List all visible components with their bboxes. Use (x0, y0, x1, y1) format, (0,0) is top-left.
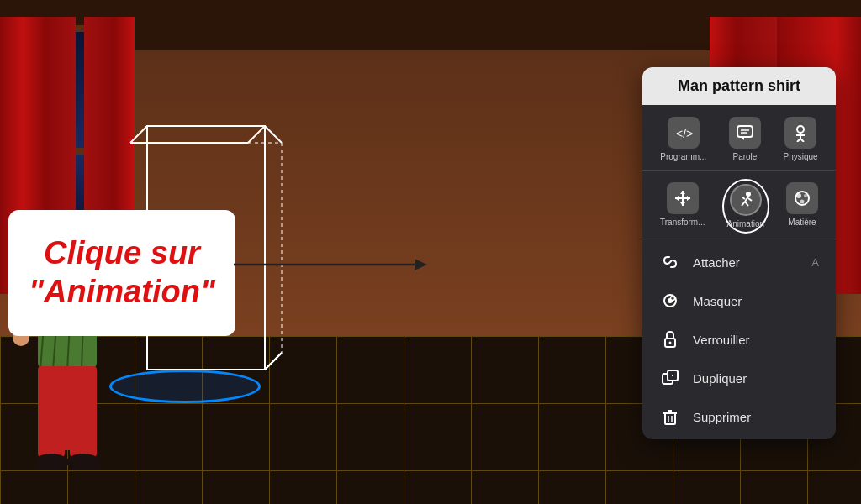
arrow-line (234, 248, 427, 281)
svg-line-51 (745, 202, 748, 206)
transformer-label: Transform... (660, 218, 705, 227)
menu-item-dupliquer[interactable]: Dupliquer (646, 359, 832, 397)
verrouiller-label: Verrouiller (693, 333, 819, 347)
menu-item-supprimer[interactable]: Supprimer (646, 397, 832, 436)
svg-point-56 (804, 194, 807, 197)
attacher-label: Attacher (693, 255, 800, 270)
menu-item-attacher[interactable]: Attacher A (646, 243, 832, 281)
programming-icon: </> (668, 117, 700, 149)
animation-icon (730, 184, 762, 216)
menu-icon-physique[interactable]: Physique (779, 113, 823, 165)
svg-line-58 (668, 260, 672, 264)
masquer-icon (659, 290, 681, 312)
svg-line-49 (745, 197, 748, 202)
menu-icon-parole[interactable]: Parole (724, 113, 766, 165)
physique-label: Physique (784, 152, 818, 161)
svg-marker-47 (687, 196, 690, 201)
svg-point-37 (797, 126, 804, 133)
menu-item-masquer[interactable]: Masquer (646, 281, 832, 320)
menu-icon-row-2: Transform... Animation (642, 171, 836, 239)
attacher-shortcut: A (811, 256, 819, 269)
svg-point-16 (66, 454, 100, 470)
programming-label: Programm... (660, 152, 706, 161)
svg-line-24 (265, 126, 282, 143)
dupliquer-label: Dupliquer (693, 371, 819, 386)
svg-point-55 (796, 193, 801, 198)
physique-icon (784, 117, 816, 149)
animation-label: Animation (727, 219, 764, 228)
menu-items-list: Attacher A Masquer Verrouiller (642, 239, 836, 439)
svg-rect-33 (737, 126, 753, 137)
svg-line-52 (748, 198, 752, 201)
svg-line-41 (800, 139, 804, 142)
svg-text:</>: </> (676, 127, 693, 140)
matiere-icon (786, 182, 818, 214)
svg-line-29 (265, 353, 282, 370)
svg-point-61 (671, 297, 675, 301)
callout-text: Clique sur "Animation" (29, 234, 215, 311)
svg-marker-44 (680, 191, 685, 194)
callout-box: Clique sur "Animation" (8, 210, 235, 336)
svg-line-22 (130, 126, 147, 143)
matiere-label: Matière (788, 218, 816, 227)
svg-point-48 (746, 192, 751, 197)
masquer-label: Masquer (693, 294, 819, 308)
svg-marker-45 (680, 202, 685, 206)
attacher-icon (659, 251, 681, 273)
parole-label: Parole (732, 152, 757, 161)
menu-icon-programming[interactable]: </> Programm... (655, 113, 711, 165)
menu-icon-animation[interactable]: Animation (722, 179, 769, 234)
svg-rect-14 (70, 366, 97, 459)
menu-title: Man pattern shirt (642, 67, 836, 105)
dupliquer-icon (659, 367, 681, 389)
supprimer-icon (659, 406, 681, 428)
svg-marker-46 (675, 196, 679, 201)
svg-point-57 (800, 200, 805, 204)
svg-point-15 (34, 454, 68, 470)
svg-marker-31 (415, 259, 427, 270)
parole-icon (729, 117, 761, 149)
svg-line-53 (742, 197, 745, 199)
menu-icon-row-1: </> Programm... Parole (642, 105, 836, 171)
menu-icon-matiere[interactable]: Matière (781, 179, 823, 234)
context-menu: Man pattern shirt </> Programm... Parole (642, 67, 836, 439)
transformer-icon (667, 182, 699, 214)
menu-item-verrouiller[interactable]: Verrouiller (646, 320, 832, 359)
supprimer-label: Supprimer (693, 410, 819, 424)
svg-rect-13 (38, 366, 65, 459)
verrouiller-icon (659, 328, 681, 350)
svg-line-23 (248, 126, 265, 143)
svg-rect-68 (665, 413, 675, 424)
menu-icon-transformer[interactable]: Transform... (655, 179, 710, 234)
svg-point-63 (669, 342, 672, 344)
